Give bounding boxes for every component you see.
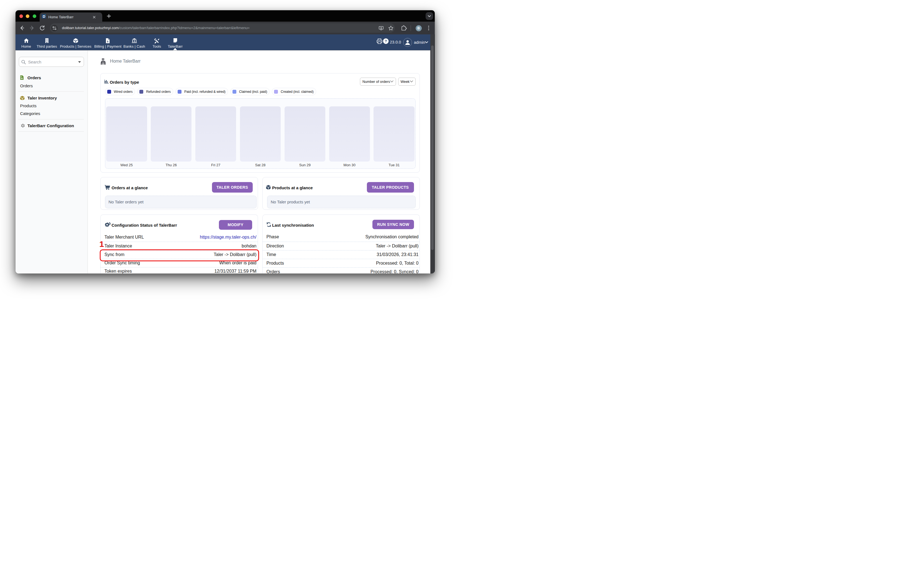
svg-text:$: $ <box>107 40 109 43</box>
svg-text:?: ? <box>385 39 387 43</box>
